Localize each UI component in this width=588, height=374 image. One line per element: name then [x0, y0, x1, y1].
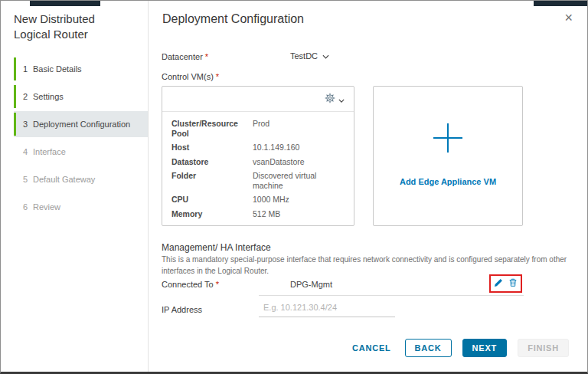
vm-detail-row: Folder Discovered virtual machine [172, 171, 345, 190]
background-page-edge [30, 1, 100, 6]
step-settings[interactable]: 2 Settings [14, 84, 148, 110]
step-number: 6 [23, 202, 28, 212]
annotation-highlight-box [489, 274, 522, 293]
vm-detail-row: Cluster/Resource Pool Prod [172, 119, 345, 138]
management-ha-interface-title: Management/ HA Interface [162, 242, 271, 253]
wizard-dialog: New Distributed Logical Router 1 Basic D… [0, 0, 588, 374]
step-number: 2 [23, 92, 28, 101]
vm-detail-row: Datastore vsanDatastore [172, 157, 345, 167]
wizard-footer: CANCEL BACK NEXT FINISH [349, 339, 569, 357]
vm-settings-menu-button[interactable] [323, 91, 346, 107]
step-progress-bar [14, 85, 16, 108]
step-label: Default Gateway [33, 175, 95, 184]
next-button[interactable]: NEXT [462, 339, 508, 357]
background-page-edge [534, 1, 587, 6]
ip-address-label: IP Address [162, 305, 202, 314]
step-review[interactable]: 6 Review [14, 194, 148, 220]
trash-icon [508, 277, 518, 290]
ip-address-input[interactable] [259, 300, 395, 317]
step-label: Deployment Configuration [33, 120, 130, 129]
chevron-down-icon [338, 94, 345, 105]
cancel-button[interactable]: CANCEL [349, 340, 394, 356]
add-edge-appliance-vm-label: Add Edge Appliance VM [400, 177, 496, 186]
step-number: 3 [23, 120, 28, 129]
step-progress-bar [14, 195, 16, 218]
wizard-main-panel: Deployment Configuration × Datacenter* T… [149, 1, 587, 372]
step-default-gateway[interactable]: 5 Default Gateway [14, 166, 148, 192]
step-progress-bar [14, 140, 16, 163]
connected-to-label: Connected To* [162, 280, 219, 289]
control-vm-card: Cluster/Resource Pool Prod Host 10.1.149… [162, 86, 354, 226]
vm-detail-row: Memory 512 MB [172, 209, 345, 219]
wizard-title: New Distributed Logical Router [14, 11, 122, 41]
required-mark: * [216, 72, 219, 81]
finish-button[interactable]: FINISH [518, 339, 569, 357]
step-label: Settings [33, 92, 64, 101]
plus-icon [430, 120, 466, 159]
step-progress-bar [14, 57, 16, 80]
connected-to-value: DPG-Mgmt [290, 280, 332, 289]
required-mark: * [205, 52, 208, 61]
add-edge-appliance-vm-button[interactable]: Add Edge Appliance VM [373, 86, 523, 226]
step-progress-bar [14, 113, 16, 136]
step-number: 5 [23, 175, 28, 184]
edit-connected-network-button[interactable] [494, 278, 503, 290]
step-label: Interface [33, 147, 66, 156]
gear-icon [325, 93, 335, 106]
vm-detail-row: Host 10.1.149.160 [172, 143, 345, 153]
step-number: 1 [23, 64, 28, 74]
step-interface[interactable]: 4 Interface [14, 139, 148, 165]
management-ha-interface-description: This is a mandatory special-purpose inte… [162, 254, 572, 277]
step-number: 4 [23, 147, 28, 156]
step-label: Review [33, 202, 60, 212]
page-title: Deployment Configuration [162, 12, 304, 26]
close-icon[interactable]: × [563, 9, 574, 26]
wizard-steps: 1 Basic Details 2 Settings 3 Deployment … [1, 56, 148, 221]
datacenter-select[interactable]: TestDC [290, 50, 329, 62]
field-underline [259, 295, 524, 296]
datacenter-label: Datacenter* [162, 52, 208, 61]
vm-card-toolbar [162, 87, 354, 112]
vm-card-details: Cluster/Resource Pool Prod Host 10.1.149… [162, 112, 354, 218]
step-progress-bar [14, 168, 16, 191]
pencil-icon [494, 278, 503, 290]
required-mark: * [216, 280, 219, 289]
vm-detail-row: CPU 1000 MHz [172, 195, 345, 205]
control-vms-label: Control VM(s)* [162, 72, 219, 81]
wizard-sidebar: New Distributed Logical Router 1 Basic D… [1, 1, 149, 372]
step-deployment-configuration[interactable]: 3 Deployment Configuration [14, 111, 148, 137]
step-label: Basic Details [33, 64, 82, 74]
delete-connected-network-button[interactable] [508, 277, 518, 290]
chevron-down-icon [322, 51, 329, 61]
step-basic-details[interactable]: 1 Basic Details [14, 56, 148, 82]
back-button[interactable]: BACK [405, 339, 452, 357]
datacenter-value: TestDC [290, 51, 318, 61]
